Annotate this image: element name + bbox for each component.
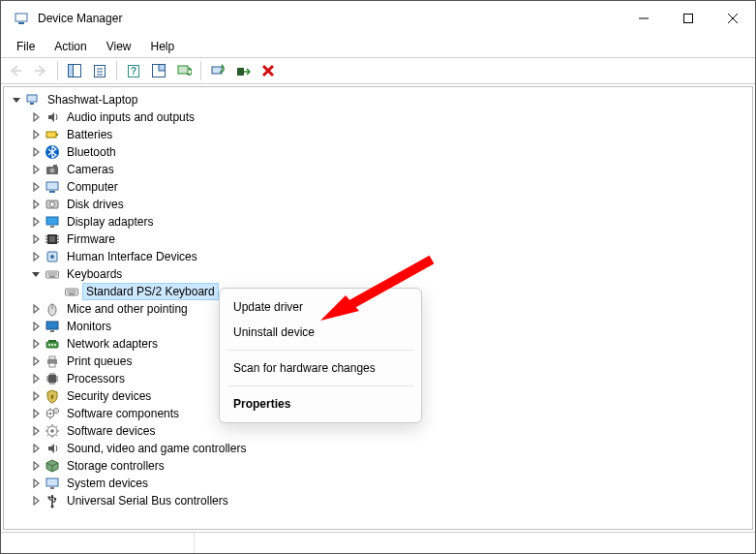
twisty-collapsed-icon[interactable] [29, 180, 43, 194]
show-tree-button[interactable] [63, 59, 86, 82]
tree-item-label[interactable]: System devices [64, 476, 151, 491]
tree-category[interactable]: Cameras [8, 161, 752, 178]
twisty-collapsed-icon[interactable] [29, 477, 43, 490]
tree-item-label[interactable]: Audio inputs and outputs [64, 109, 197, 125]
disk-icon [45, 197, 60, 212]
window-controls [621, 1, 755, 36]
twisty-collapsed-icon[interactable] [29, 442, 43, 455]
enable-button[interactable] [231, 59, 255, 82]
twisty-collapsed-icon[interactable] [29, 145, 43, 159]
separator [200, 61, 201, 80]
twisty-collapsed-icon[interactable] [29, 337, 43, 351]
tree-category[interactable]: Bluetooth [8, 143, 752, 161]
svg-point-32 [50, 202, 55, 207]
tree-item-label[interactable]: Bluetooth [64, 144, 119, 160]
tree-item-label[interactable]: Batteries [64, 127, 115, 142]
twisty-collapsed-icon[interactable] [29, 424, 43, 438]
tree-item-label[interactable]: Cameras [64, 162, 117, 177]
tree-item-label[interactable]: Firmware [64, 231, 118, 247]
twisty-expanded-icon[interactable] [10, 93, 23, 107]
tree-item-label[interactable]: Print queues [64, 354, 135, 369]
firmware-icon [45, 231, 60, 247]
tree-category[interactable]: Keyboards [8, 265, 752, 283]
twisty-collapsed-icon[interactable] [29, 494, 43, 508]
ctx-properties[interactable]: Properties [220, 391, 421, 416]
keyboard-icon [64, 284, 79, 299]
twisty-collapsed-icon[interactable] [29, 198, 43, 211]
tree-item-label[interactable]: Monitors [64, 319, 114, 334]
svg-rect-30 [49, 191, 55, 193]
ctx-update-driver[interactable]: Update driver [220, 294, 421, 320]
scan-button[interactable] [172, 59, 196, 82]
forward-button[interactable] [29, 59, 52, 82]
tree-category[interactable]: Batteries [8, 126, 752, 143]
tree-item-label[interactable]: Network adapters [64, 336, 161, 352]
tree-category[interactable]: System devices [8, 475, 752, 492]
menu-file[interactable]: File [7, 38, 45, 55]
tree-category[interactable]: Human Interface Devices [8, 248, 752, 265]
twisty-collapsed-icon[interactable] [29, 302, 43, 316]
tree-category[interactable]: Software devices [8, 422, 752, 440]
tree-item-label[interactable]: Software devices [64, 423, 158, 439]
menu-help[interactable]: Help [141, 38, 185, 55]
svg-rect-55 [46, 322, 58, 329]
minimize-button[interactable] [621, 1, 666, 36]
twisty-collapsed-icon[interactable] [29, 110, 43, 124]
tree-item-label[interactable]: Storage controllers [64, 458, 167, 474]
tree-item-label[interactable]: Human Interface Devices [64, 249, 200, 264]
twisty-collapsed-icon[interactable] [29, 407, 43, 420]
close-button[interactable] [711, 1, 755, 36]
tree-category[interactable]: Disk drives [8, 196, 752, 213]
status-pane-1 [1, 533, 195, 553]
tree-item-label[interactable]: Computer [64, 179, 121, 195]
svg-point-81 [49, 413, 52, 416]
ctx-scan-hardware[interactable]: Scan for hardware changes [220, 355, 421, 381]
tree-item-label[interactable]: Universal Serial Bus controllers [64, 493, 231, 508]
storage-icon [45, 458, 60, 474]
tree-item-label[interactable]: Sound, video and game controllers [64, 441, 249, 456]
tree-item-label[interactable]: Display adapters [64, 214, 156, 230]
tree-category[interactable]: Sound, video and game controllers [8, 440, 752, 457]
twisty-collapsed-icon[interactable] [29, 250, 43, 263]
twisty-collapsed-icon[interactable] [29, 354, 43, 368]
computer-root-icon [25, 92, 41, 108]
tree-item-label[interactable]: Disk drives [64, 197, 127, 212]
twisty-collapsed-icon[interactable] [29, 459, 43, 473]
twisty-collapsed-icon[interactable] [29, 372, 43, 385]
tree-item-label[interactable]: Mice and other pointing [64, 301, 191, 317]
action-center-button[interactable] [147, 59, 170, 82]
twisty-collapsed-icon[interactable] [29, 320, 43, 333]
tree-item-label[interactable]: Software components [64, 406, 182, 421]
maximize-button[interactable] [666, 1, 711, 36]
svg-rect-64 [49, 363, 55, 367]
menu-view[interactable]: View [97, 38, 141, 55]
tree-category[interactable]: Firmware [8, 231, 752, 248]
twisty-expanded-icon[interactable] [29, 267, 43, 281]
tree-category[interactable]: Computer [8, 178, 752, 196]
tree-category[interactable]: Storage controllers [8, 457, 752, 475]
uninstall-button[interactable] [257, 59, 280, 82]
tree-item-label[interactable]: Security devices [64, 388, 154, 404]
twisty-collapsed-icon[interactable] [29, 215, 43, 229]
tree-item-label[interactable]: Shashwat-Laptop [45, 92, 140, 108]
twisty-collapsed-icon[interactable] [29, 128, 43, 141]
back-button[interactable] [4, 59, 27, 82]
update-driver-button[interactable] [206, 59, 229, 82]
tree-item-label[interactable]: Keyboards [64, 266, 125, 282]
menu-action[interactable]: Action [45, 38, 96, 55]
twisty-collapsed-icon[interactable] [29, 389, 43, 403]
tree-category[interactable]: Display adapters [8, 213, 752, 231]
tree-item-label[interactable]: Processors [64, 371, 128, 386]
audio-icon [45, 109, 60, 125]
tree-root[interactable]: Shashwat-Laptop [8, 91, 752, 108]
help-button[interactable]: ? [122, 59, 145, 82]
tree-category[interactable]: Universal Serial Bus controllers [8, 492, 752, 509]
twisty-collapsed-icon[interactable] [29, 232, 43, 246]
title-bar: Device Manager [1, 1, 755, 36]
system-icon [45, 476, 60, 491]
twisty-collapsed-icon[interactable] [29, 163, 43, 176]
tree-category[interactable]: Audio inputs and outputs [8, 108, 752, 126]
ctx-uninstall-device[interactable]: Uninstall device [220, 320, 421, 345]
properties-button[interactable] [88, 59, 111, 82]
tree-item-label[interactable]: Standard PS/2 Keyboard [83, 284, 218, 299]
